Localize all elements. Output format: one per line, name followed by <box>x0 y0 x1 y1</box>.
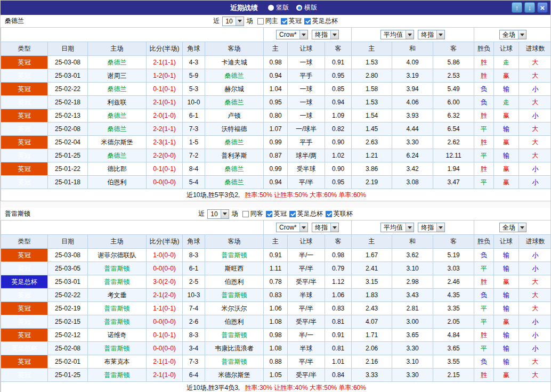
home-team-cell: 普雷斯顿 <box>88 302 147 315</box>
move-up-button[interactable]: ↑ <box>512 2 522 13</box>
goals-result-cell: 小 <box>519 176 551 189</box>
select-header-row: Crow* 终指 平均值 终指 全场 <box>1 220 551 235</box>
scope-select[interactable]: 全场 <box>499 30 526 39</box>
avg-away-cell: 3.55 <box>433 355 474 369</box>
score-cell: 2-1(1-1) <box>147 56 183 69</box>
avg-draw-cell: 3.10 <box>392 262 433 275</box>
result-cell: 胜 <box>474 162 494 176</box>
dropdown-arrow-icon <box>299 223 307 232</box>
odds-away-cell: 0.81 <box>325 315 352 329</box>
handicap-result-cell: 输 <box>494 262 519 275</box>
avg-home-cell: 3.86 <box>352 162 392 176</box>
filter-checkbox-league-fa-cup[interactable]: 英足总杯 <box>304 17 338 26</box>
handicap-result-cell: 输 <box>494 302 519 315</box>
avg-away-cell: 6.54 <box>433 123 474 136</box>
odds-handicap-cell: 半/一 <box>288 329 325 342</box>
away-team-cell: 卢顿 <box>205 109 264 123</box>
home-team-cell: 米德尔斯堡 <box>88 136 147 149</box>
home-team-cell: 桑德兰 <box>88 83 147 96</box>
odds-time-select[interactable]: 终指 <box>312 223 339 232</box>
handicap-result-cell: 赢 <box>494 275 519 289</box>
checkbox-icon <box>257 18 264 24</box>
score-cell: 0-1(0-1) <box>147 162 183 176</box>
col-header-odds-handicap: 让球 <box>288 42 325 56</box>
date-cell: 25-01-18 <box>48 176 88 189</box>
match-row: 英冠25-02-12诺维奇0-1(0-1)8-3普雷斯顿0.98半/一0.911… <box>1 329 551 342</box>
col-header-result: 胜负 <box>474 235 494 249</box>
odds-home-cell: 0.80 <box>264 109 288 123</box>
odds-home-cell: 0.94 <box>264 69 288 83</box>
match-row: 英冠25-01-18伯恩利0-0(0-0)5-4桑德兰0.94平/半0.952.… <box>1 176 551 189</box>
average-select[interactable]: 平均值 <box>380 30 414 39</box>
score-cell: 0-1(0-1) <box>147 83 183 96</box>
avg-draw-cell: 3.65 <box>392 329 433 342</box>
select-header-row: Crow* 终指 平均值 终指 全场 <box>1 28 551 42</box>
score-cell: 1-1(0-1) <box>147 302 183 315</box>
dropdown-arrow-icon <box>436 30 444 39</box>
scope-select-cell: 全场 <box>474 28 551 42</box>
filter-checkbox-league-championship[interactable]: 英冠 <box>266 209 287 218</box>
odds-home-cell: 0.99 <box>264 136 288 149</box>
recent-results-panel: 近期战绩 竖版 横版 ↑ ↓ × 桑德兰 近 10 场 同主英冠英足总 <box>0 0 551 392</box>
result-cell: 胜 <box>474 109 494 123</box>
filter-checkbox-league-championship[interactable]: 英冠 <box>281 17 302 26</box>
empty-header-cell <box>1 220 264 235</box>
result-cell: 平 <box>474 176 494 189</box>
team-name: 普雷斯顿 <box>5 209 30 218</box>
odds-time-select[interactable]: 终指 <box>312 30 339 39</box>
filter-checkbox-league-fa-cup[interactable]: 英足总杯 <box>289 209 323 218</box>
score-cell: 1-0(0-0) <box>147 249 183 262</box>
avg-home-cell: 1.54 <box>352 109 392 123</box>
avg-away-cell: 6.00 <box>433 96 474 109</box>
summary-record: 近10场,胜5平3负2, <box>187 191 240 199</box>
move-down-button[interactable]: ↓ <box>524 2 535 13</box>
result-cell: 负 <box>474 83 494 96</box>
score-cell: 2-2(1-1) <box>147 123 183 136</box>
average-time-select[interactable]: 终指 <box>418 30 445 39</box>
bookmaker-select[interactable]: Crow* <box>276 30 308 39</box>
avg-away-cell: 3.65 <box>433 342 474 355</box>
odds-away-cell: 0.91 <box>325 329 352 342</box>
dropdown-arrow-icon <box>330 30 338 39</box>
corner-cell: 7-2 <box>183 149 205 162</box>
handicap-result-cell: 赢 <box>494 315 519 329</box>
league-cell: 英冠 <box>1 83 48 96</box>
radio-vertical-layout[interactable]: 竖版 <box>268 3 289 12</box>
league-cell: 英冠 <box>1 56 48 69</box>
odds-handicap-cell: 平手 <box>288 136 325 149</box>
match-count-select[interactable]: 10 <box>222 17 244 26</box>
close-button[interactable]: × <box>537 2 548 13</box>
odds-away-cell: 0.82 <box>325 123 352 136</box>
down-arrow-icon: ↓ <box>528 4 532 11</box>
scope-select[interactable]: 全场 <box>499 223 526 232</box>
home-team-cell: 普雷斯顿 <box>88 342 147 355</box>
filter-checkbox-same-home[interactable]: 同主 <box>257 17 278 26</box>
corner-cell: 5-4 <box>183 176 205 189</box>
team-filter-bar: 普雷斯顿 近 10 场 同客英冠英足总杯英联杯 <box>1 208 550 220</box>
filter-checkbox-league-efl-cup[interactable]: 英联杯 <box>326 209 353 218</box>
average-select[interactable]: 平均值 <box>380 223 414 232</box>
dropdown-arrow-icon <box>221 210 229 218</box>
match-count-select[interactable]: 10 <box>207 209 229 219</box>
summary-cell: 近10场,胜3平4负3, 胜率:30% 让胜率:40% 大率:50% 单率:60… <box>1 382 551 392</box>
avg-away-cell: 2.53 <box>433 69 474 83</box>
summary-cell: 近10场,胜5平3负2, 胜率:50% 让胜率:50% 大率:60% 单率:60… <box>1 189 551 201</box>
radio-label: 横版 <box>304 3 317 12</box>
score-cell: 3-0(2-0) <box>147 275 183 289</box>
col-header-avg-home: 主 <box>352 42 392 56</box>
score-cell: 2-1(2-0) <box>147 289 183 302</box>
date-cell: 25-02-15 <box>48 315 88 329</box>
col-header-corner: 角球 <box>183 42 205 56</box>
odds-away-cell: 0.91 <box>325 56 352 69</box>
odds-away-cell: 0.95 <box>325 69 352 83</box>
odds-handicap-cell: 受平/半 <box>288 369 325 382</box>
average-time-select[interactable]: 终指 <box>418 223 445 232</box>
filter-checkbox-same-away[interactable]: 同客 <box>242 209 263 218</box>
date-cell: 25-03-01 <box>48 69 88 83</box>
avg-draw-cell: 4.06 <box>392 96 433 109</box>
avg-away-cell: 5.19 <box>433 249 474 262</box>
handicap-result-cell: 赢 <box>494 162 519 176</box>
radio-horizontal-layout[interactable]: 横版 <box>296 3 317 12</box>
bookmaker-select[interactable]: Crow* <box>276 223 308 232</box>
avg-away-cell: 12.11 <box>433 149 474 162</box>
